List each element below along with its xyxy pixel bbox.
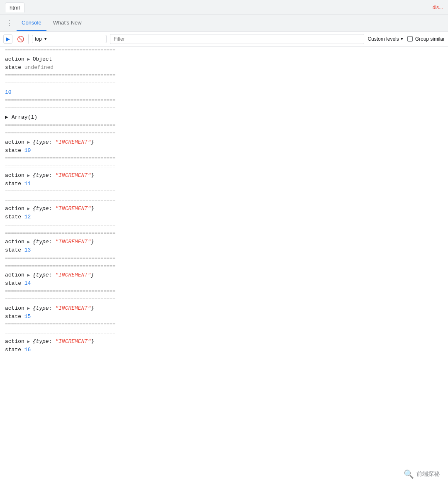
console-token: } bbox=[91, 172, 94, 179]
console-token: 10 bbox=[5, 89, 12, 95]
console-token: "INCREMENT" bbox=[55, 206, 91, 212]
console-token: action bbox=[5, 305, 24, 311]
console-token: "INCREMENT" bbox=[55, 305, 91, 311]
console-token: action bbox=[5, 139, 24, 145]
console-line: ===================================== bbox=[0, 121, 448, 130]
console-token: state bbox=[5, 147, 21, 154]
console-line: state 15 bbox=[0, 312, 448, 321]
console-token: ▶ Array(1) bbox=[5, 114, 37, 120]
toolbar-divider bbox=[28, 34, 29, 44]
custom-levels-arrow: ▼ bbox=[400, 37, 404, 41]
console-token: action bbox=[5, 56, 24, 62]
console-token: state bbox=[5, 64, 21, 71]
console-line: ===================================== bbox=[0, 221, 448, 229]
console-token: undefined bbox=[21, 64, 54, 71]
console-token: "INCREMENT" bbox=[55, 139, 91, 145]
console-line: state 11 bbox=[0, 179, 448, 188]
watermark: 🔍 前端探秘 bbox=[404, 469, 440, 479]
console-line: state 14 bbox=[0, 279, 448, 287]
console-line: ===================================== bbox=[0, 329, 448, 337]
top-bar-right: dis... bbox=[433, 5, 443, 10]
console-token: {type: bbox=[33, 338, 56, 345]
console-line: action ▶ {type: "INCREMENT"} bbox=[0, 237, 448, 246]
custom-levels-label: Custom levels bbox=[368, 36, 399, 42]
console-token: "INCREMENT" bbox=[55, 272, 91, 278]
console-token: } bbox=[91, 305, 94, 311]
console-token: {type: bbox=[33, 305, 56, 311]
console-line: 10 bbox=[0, 88, 448, 96]
console-token: ▶ bbox=[24, 206, 33, 211]
group-similar-label: Group similar bbox=[415, 36, 445, 42]
console-token: ▶ bbox=[24, 139, 33, 145]
tab-console[interactable]: Console bbox=[17, 15, 46, 31]
console-line: ===================================== bbox=[0, 254, 448, 262]
console-line: action ▶ {type: "INCREMENT"} bbox=[0, 337, 448, 345]
group-similar-option[interactable]: Group similar bbox=[407, 36, 445, 42]
console-token: } bbox=[91, 338, 94, 345]
console-token: action bbox=[5, 239, 24, 245]
tab-whats-new[interactable]: What's New bbox=[48, 15, 87, 31]
watermark-icon: 🔍 bbox=[404, 469, 414, 479]
console-line: ===================================== bbox=[0, 196, 448, 204]
console-token: {type: bbox=[33, 172, 56, 179]
console-token: action bbox=[5, 338, 24, 345]
console-line: state undefined bbox=[0, 63, 448, 71]
console-line: state 16 bbox=[0, 345, 448, 354]
console-token: ▶ bbox=[24, 173, 33, 178]
console-line: ===================================== bbox=[0, 296, 448, 304]
console-token: 16 bbox=[21, 347, 31, 353]
console-line: ===================================== bbox=[0, 71, 448, 80]
console-token: ▶ bbox=[24, 239, 33, 245]
html-tab[interactable]: html bbox=[5, 2, 24, 12]
console-line: ===================================== bbox=[0, 188, 448, 196]
console-token: {type: bbox=[33, 206, 56, 212]
context-selector[interactable]: top ▼ bbox=[32, 35, 107, 43]
console-token: state bbox=[5, 181, 21, 187]
clear-console-button[interactable]: 🚫 bbox=[16, 34, 25, 44]
console-token: ▶ bbox=[24, 339, 33, 344]
console-line: ===================================== bbox=[0, 287, 448, 296]
console-token: 15 bbox=[21, 313, 31, 320]
console-token: state bbox=[5, 347, 21, 353]
console-token: state bbox=[5, 247, 21, 253]
watermark-text: 前端探秘 bbox=[416, 470, 440, 478]
console-token: state bbox=[5, 214, 21, 220]
console-token: {type: bbox=[33, 239, 56, 245]
console-token: action bbox=[5, 206, 24, 212]
console-line: state 10 bbox=[0, 146, 448, 154]
console-line: action ▶ {type: "INCREMENT"} bbox=[0, 204, 448, 213]
console-token: {type: bbox=[33, 139, 56, 145]
console-token: 14 bbox=[21, 280, 31, 286]
console-line: ▶ Array(1) bbox=[0, 113, 448, 121]
console-token: ▶ bbox=[24, 272, 33, 278]
console-token: 13 bbox=[21, 247, 31, 253]
console-line: ===================================== bbox=[0, 154, 448, 163]
console-token: 12 bbox=[21, 214, 31, 220]
execute-button[interactable]: ▶ bbox=[3, 34, 12, 44]
context-dropdown-icon: ▼ bbox=[44, 37, 48, 41]
context-label: top bbox=[35, 36, 42, 42]
console-line: action ▶ {type: "INCREMENT"} bbox=[0, 271, 448, 279]
console-token: } bbox=[91, 139, 94, 145]
console-token: state bbox=[5, 313, 21, 320]
console-token: state bbox=[5, 280, 21, 286]
console-token: "INCREMENT" bbox=[55, 172, 91, 179]
custom-levels-dropdown[interactable]: Custom levels ▼ bbox=[368, 36, 404, 42]
console-output: =====================================act… bbox=[0, 46, 448, 354]
console-line: ===================================== bbox=[0, 105, 448, 113]
console-line: ===================================== bbox=[0, 46, 448, 55]
console-token: action bbox=[5, 272, 24, 278]
console-token: 11 bbox=[21, 181, 31, 187]
console-token: } bbox=[91, 272, 94, 278]
console-token: } bbox=[91, 206, 94, 212]
filter-input[interactable] bbox=[110, 34, 364, 44]
devtools-menu-icon[interactable]: ⋮ bbox=[3, 17, 15, 29]
console-line: ===================================== bbox=[0, 96, 448, 105]
console-token: {type: bbox=[33, 272, 56, 278]
console-line: ===================================== bbox=[0, 229, 448, 237]
console-line: state 12 bbox=[0, 213, 448, 221]
top-bar: html dis... bbox=[0, 0, 448, 15]
group-similar-checkbox[interactable] bbox=[407, 36, 413, 42]
console-line: ===================================== bbox=[0, 80, 448, 88]
console-token: 10 bbox=[21, 147, 31, 154]
